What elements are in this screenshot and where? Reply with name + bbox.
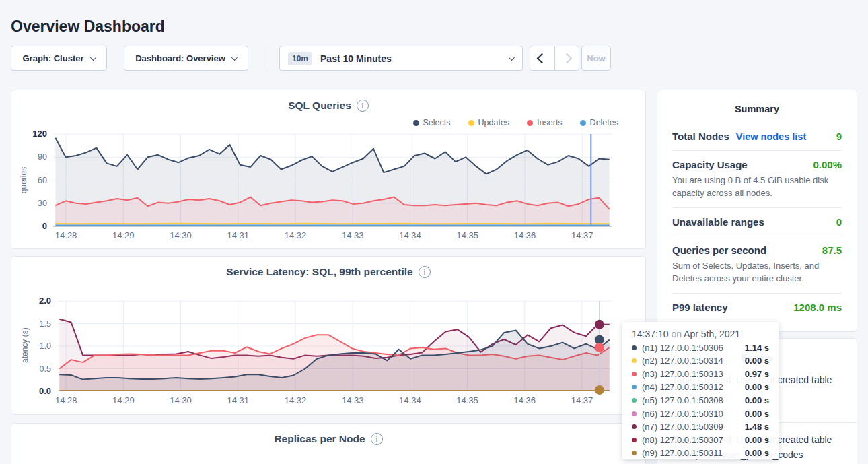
node-color-dot-icon: [632, 424, 637, 429]
now-button[interactable]: Now: [581, 46, 611, 71]
svg-text:14:34: 14:34: [399, 230, 421, 240]
summary-section: Unavailable ranges0: [672, 207, 842, 228]
node-latency-value: 0.00 s: [745, 395, 769, 405]
tooltip-node-row: (n9) 127.0.0.1:503110.00 s: [632, 448, 769, 458]
tooltip-node-row: (n2) 127.0.0.1:503140.00 s: [632, 356, 769, 366]
chevron-down-icon: [231, 54, 238, 61]
svg-text:14:28: 14:28: [55, 230, 77, 240]
svg-text:14:32: 14:32: [285, 395, 307, 405]
legend-item-selects[interactable]: Selects: [413, 118, 451, 127]
time-next-button[interactable]: [554, 46, 579, 70]
legend-dot-icon: [527, 120, 533, 126]
node-color-dot-icon: [632, 358, 637, 363]
svg-text:60: 60: [38, 176, 47, 185]
svg-text:14:31: 14:31: [227, 395, 250, 405]
svg-text:14:34: 14:34: [399, 395, 421, 405]
summary-value: 0.00%: [813, 159, 842, 170]
node-address: (n8) 127.0.0.1:50307: [642, 435, 723, 445]
node-address: (n4) 127.0.0.1:50312: [642, 382, 723, 392]
time-range-selector[interactable]: 10m Past 10 Minutes: [279, 46, 523, 71]
info-icon[interactable]: i: [419, 266, 431, 278]
node-address: (n5) 127.0.0.1:50308: [642, 395, 723, 405]
summary-description: You are using 0 B of 4.5 GiB usable disk…: [672, 174, 842, 199]
summary-label: Queries per second: [672, 244, 766, 256]
legend-item-deletes[interactable]: Deletes: [580, 118, 618, 127]
node-color-dot-icon: [632, 372, 637, 376]
node-address: (n9) 127.0.0.1:50311: [642, 448, 723, 458]
tooltip-node-row: (n7) 127.0.0.1:503091.48 s: [632, 422, 769, 432]
svg-text:0.5: 0.5: [40, 364, 51, 374]
chevron-down-icon: [509, 54, 515, 61]
svg-text:14:35: 14:35: [457, 230, 479, 240]
time-prev-button[interactable]: [530, 46, 554, 70]
node-color-dot-icon: [632, 385, 637, 389]
tooltip-node-row: (n1) 127.0.0.1:503061.14 s: [632, 343, 769, 353]
svg-text:1.0: 1.0: [40, 341, 51, 351]
summary-panel: Summary Total NodesView nodes list9Capac…: [657, 90, 857, 332]
node-address: (n7) 127.0.0.1:50309: [642, 422, 723, 432]
graph-dropdown-label: Graph: Cluster: [22, 53, 83, 63]
svg-text:latency (s): latency (s): [20, 327, 30, 364]
tooltip-node-row: (n5) 127.0.0.1:503080.00 s: [632, 395, 769, 405]
summary-section: Queries per second87.5Sum of Selects, Up…: [672, 236, 842, 285]
graph-dropdown[interactable]: Graph: Cluster: [11, 46, 107, 71]
node-color-dot-icon: [632, 398, 637, 403]
summary-label: Capacity Usage: [672, 159, 748, 170]
svg-text:14:32: 14:32: [285, 230, 307, 240]
svg-text:0.0: 0.0: [39, 386, 51, 396]
replicas-chart-title: Replicas per Node: [274, 433, 365, 445]
node-color-dot-icon: [632, 438, 637, 442]
node-color-dot-icon: [632, 345, 637, 350]
summary-heading: Summary: [672, 104, 842, 114]
time-range-badge: 10m: [288, 52, 312, 65]
svg-text:14:28: 14:28: [55, 395, 77, 405]
service-latency-chart[interactable]: 14:2814:2914:3014:3114:3214:3314:3414:35…: [11, 292, 647, 410]
summary-section: Capacity Usage0.00%You are using 0 B of …: [672, 150, 842, 199]
legend-label: Inserts: [537, 118, 563, 127]
svg-text:1.5: 1.5: [40, 319, 51, 329]
svg-text:2.0: 2.0: [39, 296, 51, 306]
tooltip-node-row: (n6) 127.0.0.1:503100.00 s: [632, 409, 769, 419]
summary-section: Total NodesView nodes list9: [672, 131, 842, 142]
svg-text:14:33: 14:33: [342, 395, 364, 405]
toolbar-divider: [266, 44, 266, 72]
svg-text:14:29: 14:29: [112, 230, 135, 240]
node-latency-value: 0.00 s: [745, 435, 769, 445]
sql-queries-chart-title: SQL Queries: [288, 100, 351, 112]
dashboard-dropdown[interactable]: Dashboard: Overview: [124, 46, 248, 71]
view-nodes-list-link[interactable]: View nodes list: [736, 131, 807, 142]
info-icon[interactable]: i: [357, 100, 369, 112]
node-latency-value: 0.00 s: [745, 448, 769, 458]
summary-value: 1208.0 ms: [793, 302, 842, 313]
sql-chart-legend: SelectsUpdatesInsertsDeletes: [413, 118, 618, 127]
page-title: Overview Dashboard: [11, 18, 165, 36]
node-address: (n6) 127.0.0.1:50310: [642, 409, 723, 419]
svg-text:14:35: 14:35: [456, 395, 478, 405]
node-address: (n3) 127.0.0.1:50313: [642, 369, 723, 379]
chevron-down-icon: [89, 54, 96, 61]
legend-dot-icon: [468, 120, 474, 126]
svg-text:14:30: 14:30: [170, 395, 192, 405]
info-icon[interactable]: i: [371, 433, 383, 445]
node-color-dot-icon: [632, 411, 637, 416]
tooltip-node-row: (n8) 127.0.0.1:503070.00 s: [632, 435, 769, 445]
node-latency-value: 0.97 s: [745, 369, 769, 379]
legend-dot-icon: [580, 120, 586, 126]
summary-description: Sum of Selects, Updates, Inserts, and De…: [672, 259, 842, 285]
svg-text:30: 30: [38, 199, 47, 208]
summary-section: P99 latency1208.0 ms: [672, 293, 842, 313]
time-step-group: [530, 46, 579, 71]
legend-item-updates[interactable]: Updates: [468, 118, 510, 127]
node-address: (n2) 127.0.0.1:50314: [642, 356, 723, 366]
service-latency-card: Service Latency: SQL, 99th percentile i …: [11, 256, 646, 415]
tooltip-node-row: (n3) 127.0.0.1:503130.97 s: [632, 369, 769, 379]
summary-label: P99 latency: [672, 302, 728, 313]
sql-queries-chart[interactable]: 14:2814:2914:3014:3114:3214:3314:3414:35…: [11, 128, 647, 244]
svg-text:14:33: 14:33: [342, 230, 364, 240]
legend-item-inserts[interactable]: Inserts: [527, 118, 563, 127]
node-address: (n1) 127.0.0.1:50306: [642, 343, 723, 353]
sql-queries-card: SQL Queries i SelectsUpdatesInsertsDelet…: [11, 90, 646, 249]
svg-text:0: 0: [42, 221, 47, 231]
dashboard-dropdown-label: Dashboard: Overview: [135, 53, 225, 63]
node-color-dot-icon: [632, 451, 637, 455]
